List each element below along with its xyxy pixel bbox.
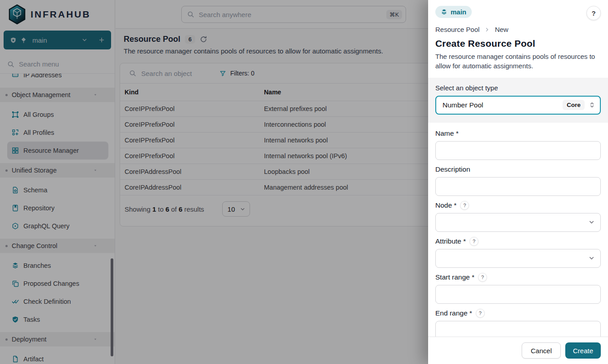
- start-range-input[interactable]: [435, 285, 601, 304]
- chevrons-up-down-icon: [589, 102, 595, 108]
- object-type-select[interactable]: Number Pool Core: [435, 96, 601, 115]
- panel-header: main ? Resource Pool New Create Resource…: [428, 0, 608, 78]
- help-button[interactable]: ?: [586, 6, 601, 20]
- breadcrumb: Resource Pool New: [435, 26, 601, 33]
- field-label: End range *: [435, 309, 472, 317]
- field-end-range: End range *?: [435, 308, 601, 337]
- end-range-input[interactable]: [435, 321, 601, 337]
- core-badge: Core: [563, 100, 585, 110]
- field-node: Node *?: [435, 200, 601, 232]
- breadcrumb-resource-pool[interactable]: Resource Pool: [435, 26, 479, 33]
- panel-title: Create Resource Pool: [435, 38, 601, 49]
- object-type-label: Select an object type: [435, 84, 601, 92]
- branch-badge-label: main: [451, 8, 466, 16]
- field-label: Description: [435, 165, 470, 173]
- help-icon[interactable]: ?: [460, 201, 469, 210]
- breadcrumb-new: New: [495, 26, 508, 33]
- object-type-section: Select an object type Number Pool Core: [428, 78, 608, 123]
- panel-footer: Cancel Create: [428, 337, 608, 364]
- help-icon[interactable]: ?: [478, 273, 487, 282]
- field-label: Node *: [435, 201, 456, 209]
- app-root: INFRAHUB main Search menu: [0, 0, 608, 364]
- field-name: Name *: [435, 129, 601, 160]
- field-description: Description: [435, 164, 601, 196]
- description-input[interactable]: [435, 177, 601, 196]
- branch-badge[interactable]: main: [435, 6, 472, 18]
- field-start-range: Start range *?: [435, 272, 601, 304]
- create-button[interactable]: Create: [565, 342, 601, 359]
- object-type-value: Number Pool: [443, 101, 559, 109]
- field-label: Attribute *: [435, 237, 466, 245]
- create-resource-pool-panel: main ? Resource Pool New Create Resource…: [428, 0, 608, 364]
- layers-icon: [441, 9, 447, 15]
- field-attribute: Attribute *?: [435, 236, 601, 268]
- help-icon[interactable]: ?: [469, 237, 478, 246]
- chevron-right-icon: [484, 27, 490, 32]
- chevron-down-icon: [588, 219, 595, 226]
- cancel-button[interactable]: Cancel: [522, 342, 561, 359]
- help-icon[interactable]: ?: [476, 309, 485, 318]
- create-form: Name * Description Node *? Attribute *? …: [428, 123, 608, 337]
- node-select[interactable]: [435, 213, 601, 232]
- field-label: Start range *: [435, 273, 474, 281]
- name-input[interactable]: [435, 141, 601, 160]
- attribute-select[interactable]: [435, 249, 601, 268]
- field-label: Name *: [435, 129, 459, 138]
- panel-description: The resource manager contains pools of r…: [435, 52, 601, 71]
- chevron-down-icon: [588, 255, 595, 262]
